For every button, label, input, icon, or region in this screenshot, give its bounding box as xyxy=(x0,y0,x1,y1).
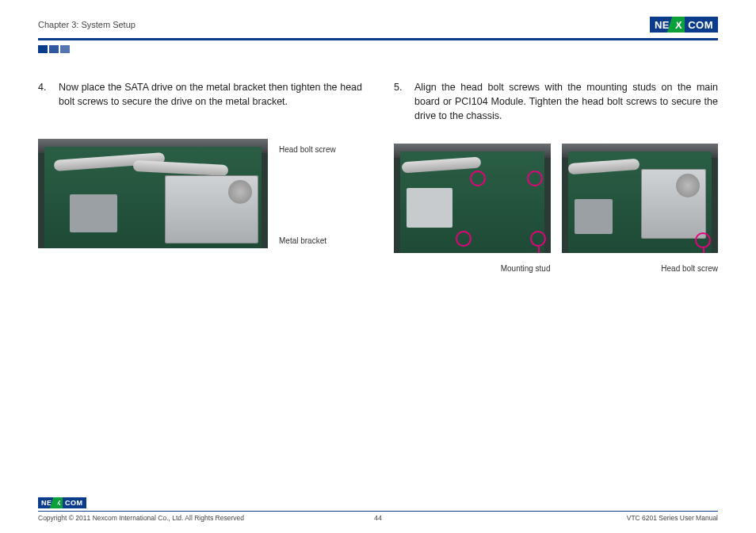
photo-sata-bracket xyxy=(38,139,268,248)
chapter-title: Chapter 3: System Setup xyxy=(38,20,136,29)
footer-rule xyxy=(38,511,718,512)
header-rule xyxy=(38,38,718,40)
figure-step-4: Head bolt screw Metal bracket xyxy=(38,139,362,248)
content-columns: 4. Now place the SATA drive on the metal… xyxy=(38,80,718,273)
step-text: Align the head bolt screws with the moun… xyxy=(414,80,718,123)
nexcom-logo: NE X COM xyxy=(650,17,718,33)
photo-drive-in-chassis xyxy=(562,144,719,253)
step-4: 4. Now place the SATA drive on the metal… xyxy=(38,80,362,109)
label-metal-bracket: Metal bracket xyxy=(279,236,336,245)
caption-mounting-stud: Mounting stud xyxy=(394,264,551,273)
figure-labels: Head bolt screw Metal bracket xyxy=(279,139,336,248)
logo-part-x: X xyxy=(673,17,685,33)
left-column: 4. Now place the SATA drive on the metal… xyxy=(38,80,362,273)
photo-mainboard-studs xyxy=(394,144,551,253)
manual-title: VTC 6201 Series User Manual xyxy=(627,514,718,522)
label-head-bolt-screw: Head bolt screw xyxy=(279,145,336,154)
step-text: Now place the SATA drive on the metal br… xyxy=(59,80,362,109)
page-footer: NE X COM Copyright © 2011 Nexcom Interna… xyxy=(38,497,718,523)
caption-head-bolt-screw: Head bolt screw xyxy=(562,264,719,273)
step-5: 5. Align the head bolt screws with the m… xyxy=(394,80,718,123)
figure-head-bolt-screw: Head bolt screw xyxy=(562,144,719,273)
right-column: 5. Align the head bolt screws with the m… xyxy=(394,80,718,273)
figure-step-5: Mounting stud Head bolt screw xyxy=(394,144,718,273)
nexcom-logo-footer: NE X COM xyxy=(38,497,86,508)
step-number: 5. xyxy=(394,80,408,123)
decorative-squares xyxy=(38,45,718,53)
page-header: Chapter 3: System Setup NE X COM xyxy=(38,14,718,35)
logo-part-com: COM xyxy=(685,17,718,33)
step-number: 4. xyxy=(38,80,52,109)
figure-mounting-stud: Mounting stud xyxy=(394,144,551,273)
copyright-text: Copyright © 2011 Nexcom International Co… xyxy=(38,514,244,522)
page-number: 44 xyxy=(374,514,382,522)
